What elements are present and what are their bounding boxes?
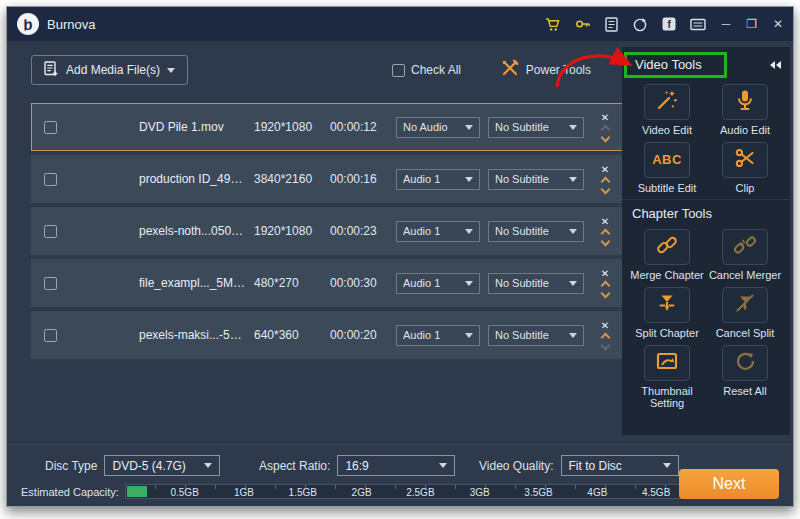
clip-tool[interactable]: Clip [706,142,784,195]
chain-link-icon [655,233,679,261]
subtitle-select[interactable]: No Subtitle [488,273,584,294]
media-row-1[interactable]: DVD Pile 1.mov 1920*1080 00:00:12 No Aud… [31,103,623,151]
audio-select[interactable]: No Audio [396,117,480,138]
audio-edit-tool[interactable]: Audio Edit [706,84,784,137]
video-quality-label: Video Quality: [479,459,554,473]
remove-row-icon[interactable]: ✕ [601,113,609,123]
tool-label: Merge Chapter [630,269,703,282]
magic-wand-icon [655,88,679,116]
next-button[interactable]: Next [679,469,779,499]
chevron-down-icon [569,125,577,130]
divider [7,444,793,445]
duration: 00:00:20 [330,328,396,342]
capacity-row: Estimated Capacity: 0.5GB 1GB 1.5GB 2GB … [21,484,687,499]
move-down-icon[interactable] [600,237,610,247]
remove-row-icon[interactable]: ✕ [601,217,609,227]
resolution: 640*360 [254,328,330,342]
merge-chapter-tool[interactable]: Merge Chapter [628,229,706,282]
titlebar-icons: f [545,17,706,32]
move-down-icon[interactable] [600,185,610,195]
chevron-down-icon [204,463,212,468]
menu-icon[interactable] [690,18,706,31]
capacity-bar: 0.5GB 1GB 1.5GB 2GB 2.5GB 3GB 3.5GB 4GB … [125,484,687,499]
close-button[interactable]: ✕ [773,18,783,30]
minimize-button[interactable]: ─ [722,18,731,30]
filename: pexels-noth...0505868.mp4 [139,224,254,238]
maximize-button[interactable]: ❐ [746,18,757,30]
move-down-icon[interactable] [600,341,610,351]
chevron-down-icon [465,333,473,338]
reset-arrow-icon [733,349,757,377]
cancel-merger-tool[interactable]: Cancel Merger [706,229,784,282]
tool-label: Video Edit [642,124,692,137]
thumbnail-field [67,315,129,355]
window-controls: ─ ❐ ✕ [722,18,783,30]
split-chapter-tool[interactable]: Split Chapter [628,287,706,340]
split-slash-icon [733,291,757,319]
key-icon[interactable] [575,17,591,31]
filename: production ID_4999917.mp4 [139,172,254,186]
video-quality-select[interactable]: Fit to Disc [561,455,679,476]
thumbnail-smoke [67,159,129,199]
power-tools-button[interactable]: Power Tools [501,59,591,80]
disc-type-select[interactable]: DVD-5 (4.7G) [104,455,220,476]
chevron-down-icon [569,177,577,182]
move-down-icon[interactable] [600,289,610,299]
row-controls: ✕ [594,165,616,193]
abc-text-icon: ABC [652,152,682,167]
check-all-checkbox[interactable] [392,64,405,77]
remove-row-icon[interactable]: ✕ [601,321,609,331]
row-checkbox[interactable] [44,277,57,290]
capacity-tick: 1GB [234,487,254,498]
cancel-split-tool[interactable]: Cancel Split [706,287,784,340]
scissors-icon [733,146,757,174]
subtitle-select[interactable]: No Subtitle [488,325,584,346]
capacity-tick: 2.5GB [406,487,434,498]
media-row-3[interactable]: pexels-noth...0505868.mp4 1920*1080 00:0… [31,207,623,255]
subtitle-select[interactable]: No Subtitle [488,221,584,242]
capacity-tick: 1.5GB [289,487,317,498]
thumbnail-setting-tool[interactable]: Thumbnail Setting [628,345,706,410]
broken-chain-icon [733,233,757,261]
subtitle-select[interactable]: No Subtitle [488,117,584,138]
split-funnel-icon [655,291,679,319]
row-checkbox[interactable] [44,121,57,134]
remove-row-icon[interactable]: ✕ [601,269,609,279]
add-media-button[interactable]: Add Media File(s) [31,55,188,85]
collapse-panel-icon[interactable] [768,56,782,74]
feedback-icon[interactable] [632,17,648,32]
row-controls: ✕ [594,269,616,297]
audio-select[interactable]: Audio 1 [396,273,480,294]
filename: DVD Pile 1.mov [139,120,254,134]
remove-row-icon[interactable]: ✕ [601,165,609,175]
settings-row: Disc Type DVD-5 (4.7G) Aspect Ratio: 16:… [7,455,793,477]
media-row-5[interactable]: pexels-maksi...-5642529.flv 640*360 00:0… [31,311,623,359]
toolbar: Add Media File(s) Check All Power Tools [7,41,621,89]
chevron-down-icon [465,281,473,286]
row-checkbox[interactable] [44,329,57,342]
subtitle-select[interactable]: No Subtitle [488,169,584,190]
subtitle-edit-tool[interactable]: ABC Subtitle Edit [628,142,706,195]
cart-icon[interactable] [545,17,561,32]
audio-select[interactable]: Audio 1 [396,169,480,190]
reset-all-tool[interactable]: Reset All [706,345,784,410]
video-edit-tool[interactable]: Video Edit [628,84,706,137]
estimated-capacity-label: Estimated Capacity: [21,486,119,498]
audio-select[interactable]: Audio 1 [396,325,480,346]
media-row-2[interactable]: production ID_4999917.mp4 3840*2160 00:0… [31,155,623,203]
check-all-control[interactable]: Check All [392,63,461,77]
media-row-4[interactable]: file_exampl..._5MG_1.webm 480*270 00:00:… [31,259,623,307]
microphone-icon [733,88,757,116]
audio-select[interactable]: Audio 1 [396,221,480,242]
video-tools-grid: Video Edit Audio Edit ABC Subtitle Edit … [622,80,790,199]
row-checkbox[interactable] [44,225,57,238]
tool-label: Split Chapter [635,327,699,340]
disc-type-label: Disc Type [45,459,97,473]
capacity-tick: 4GB [587,487,607,498]
app-window: b Burnova f ─ ❐ ✕ [6,6,794,507]
row-checkbox[interactable] [44,173,57,186]
move-down-icon[interactable] [600,133,610,143]
aspect-ratio-select[interactable]: 16:9 [337,455,455,476]
document-icon[interactable] [605,17,618,32]
facebook-icon[interactable]: f [662,17,676,31]
